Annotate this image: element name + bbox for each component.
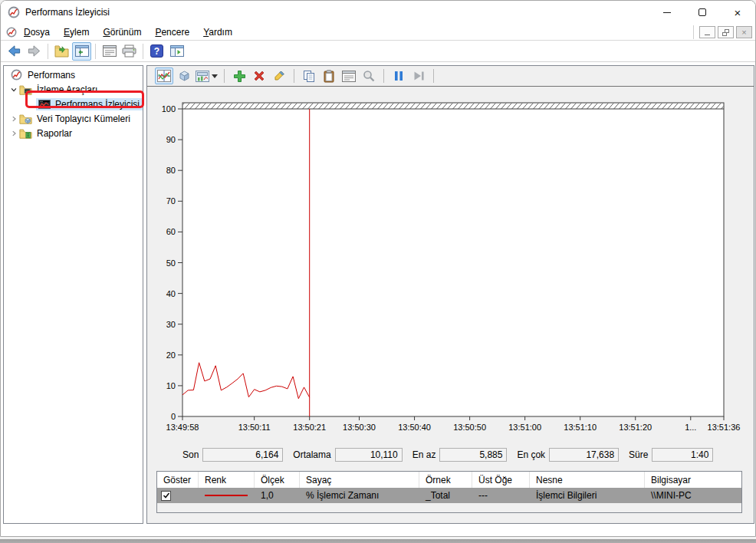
forward-button[interactable] <box>25 42 44 61</box>
svg-text:100: 100 <box>162 104 176 114</box>
toolbar-separator <box>95 44 96 59</box>
highlight-button[interactable] <box>270 67 288 84</box>
print-button[interactable] <box>120 42 139 61</box>
col-goster[interactable]: Göster <box>157 472 199 488</box>
counter-parent-cell: --- <box>472 488 530 503</box>
forward-icon <box>27 44 41 58</box>
col-ustoge[interactable]: Üst Öğe <box>472 472 530 488</box>
help-button[interactable]: ? <box>147 42 166 61</box>
properties-button[interactable] <box>340 67 358 84</box>
svg-text:20: 20 <box>166 350 176 360</box>
over-limit-hatch-band <box>183 104 724 110</box>
add-counter-button[interactable] <box>230 67 248 84</box>
export-button[interactable] <box>52 42 71 61</box>
mdi-minimize-button[interactable] <box>699 26 715 38</box>
stat-encok: En çok 17,638 <box>517 448 619 462</box>
print-icon <box>122 44 136 58</box>
svg-text:13:49:58: 13:49:58 <box>166 423 199 432</box>
svg-text:13:51:00: 13:51:00 <box>508 423 541 432</box>
data-collector-folder-icon <box>19 114 32 124</box>
col-nesne[interactable]: Nesne <box>530 472 645 488</box>
graph-toolbar <box>147 66 754 87</box>
freeze-display-button[interactable] <box>390 67 408 84</box>
menu-pencere[interactable]: Pencere <box>148 25 196 39</box>
y-axis: 0102030405060708090100 <box>162 104 182 421</box>
tree-item-raporlar[interactable]: Raporlar <box>4 126 143 140</box>
stat-enaz-value: 5,885 <box>439 448 507 462</box>
paste-counter-list-button[interactable] <box>320 67 338 84</box>
tree-item-veri-toplayici-kumeleri[interactable]: Veri Toplayıcı Kümeleri <box>4 111 143 126</box>
mdi-close-button[interactable]: × <box>736 26 752 38</box>
counter-computer-cell: \\MINI-PC <box>645 488 741 503</box>
svg-text:13:50:11: 13:50:11 <box>238 423 271 432</box>
counter-legend-table: Göster Renk Ölçek Sayaç Örnek Üst Öğe Ne… <box>156 471 742 513</box>
console-tree-toggle-button[interactable] <box>72 42 91 61</box>
stat-enaz: En az 5,885 <box>413 448 508 462</box>
svg-text:13:50:30: 13:50:30 <box>343 423 376 432</box>
change-graph-type-button[interactable] <box>195 67 219 84</box>
taskbar-edge <box>0 537 756 543</box>
perfmon-logo-icon <box>6 27 17 38</box>
chevron-right-icon[interactable] <box>8 130 19 137</box>
menu-dosya[interactable]: Dosya <box>17 25 57 39</box>
action-pane-toggle-button[interactable] <box>167 42 186 61</box>
stats-row: Son 6,164 Ortalama 10,110 En az 5,885 En… <box>182 448 742 462</box>
paste-counter-list-icon <box>323 70 335 83</box>
delete-counter-button[interactable] <box>250 67 268 84</box>
zoom-button[interactable] <box>360 67 378 84</box>
back-button[interactable] <box>5 42 24 61</box>
svg-text:13:51:20: 13:51:20 <box>619 423 652 432</box>
highlight-icon <box>273 70 285 82</box>
perfmon-logo-icon <box>8 6 20 18</box>
chevron-right-icon[interactable] <box>8 115 19 123</box>
col-olcek[interactable]: Ölçek <box>255 472 300 488</box>
counter-object-cell: İşlemci Bilgileri <box>530 488 645 503</box>
mdi-restore-button[interactable] <box>718 26 734 38</box>
close-icon: × <box>735 7 741 18</box>
counter-color-cell <box>199 488 255 503</box>
svg-text:10: 10 <box>166 381 176 390</box>
svg-text:13:50:21: 13:50:21 <box>293 423 326 432</box>
col-renk[interactable]: Renk <box>199 472 255 488</box>
update-data-button[interactable] <box>409 67 428 84</box>
view-log-data-button[interactable] <box>175 67 193 84</box>
chevron-down-icon[interactable] <box>8 86 19 94</box>
tree-item-performans[interactable]: Performans <box>4 67 143 82</box>
update-data-icon <box>413 71 425 81</box>
menu-bar: Dosya Eylem Görünüm Pencere Yardım × <box>1 24 755 41</box>
stat-sure-value: 1:40 <box>652 448 713 462</box>
col-bilgisayar[interactable]: Bilgisayar <box>645 472 741 488</box>
toolbar-separator <box>433 69 434 83</box>
menu-yardim[interactable]: Yardım <box>196 25 239 39</box>
stat-encok-value: 17,638 <box>549 448 619 462</box>
counter-scale-cell: 1,0 <box>255 488 300 503</box>
stat-sure: Süre 1:40 <box>629 448 713 462</box>
svg-text:50: 50 <box>166 258 176 268</box>
show-dialog-icon <box>103 45 117 57</box>
svg-text:0: 0 <box>171 412 176 421</box>
view-current-activity-button[interactable] <box>155 67 173 84</box>
counter-color-sample <box>205 495 248 496</box>
menu-gorunum[interactable]: Görünüm <box>96 25 148 39</box>
console-tree-pane: Performans İzleme Araçları Performans İz… <box>3 65 143 524</box>
mdi-window-controls: × <box>693 25 752 39</box>
svg-text:30: 30 <box>166 320 176 329</box>
main-toolbar: ? <box>1 41 755 62</box>
maximize-button[interactable] <box>685 1 720 24</box>
delete-counter-icon <box>253 70 265 82</box>
counter-row[interactable]: 1,0 % İşlemci Zamanı _Total --- İşlemci … <box>157 488 741 503</box>
toolbar-separator <box>143 44 143 59</box>
performance-monitor-pane: 0102030405060708090100 13:49:5813:50:111… <box>146 65 754 524</box>
x-axis: 13:49:5813:50:1113:50:2113:50:3013:50:40… <box>166 416 741 432</box>
close-button[interactable]: × <box>720 1 755 24</box>
show-dialog-button[interactable] <box>100 42 119 61</box>
minimize-button[interactable] <box>649 1 685 24</box>
copy-properties-button[interactable] <box>300 67 318 84</box>
freeze-display-icon <box>393 71 404 81</box>
col-ornek[interactable]: Örnek <box>419 472 472 488</box>
show-counter-checkbox[interactable] <box>161 491 171 501</box>
maximize-icon <box>698 8 706 16</box>
view-current-activity-icon <box>157 70 171 82</box>
menu-eylem[interactable]: Eylem <box>57 25 96 39</box>
col-sayac[interactable]: Sayaç <box>300 472 419 488</box>
